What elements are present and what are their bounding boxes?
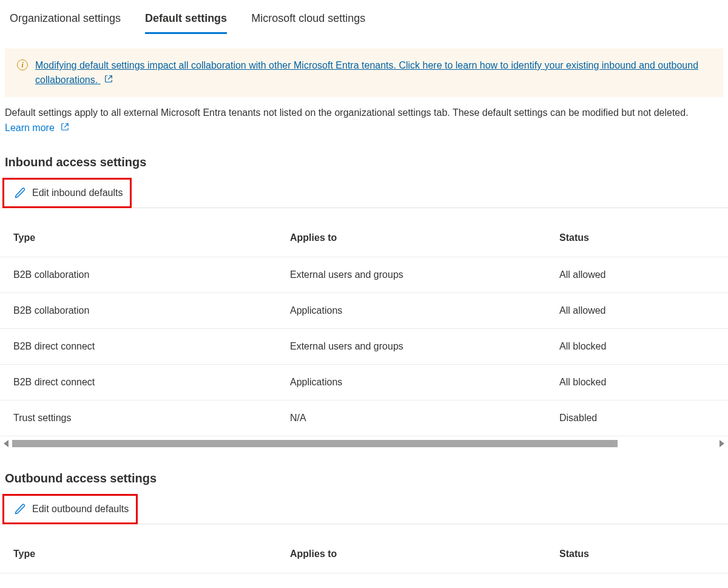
outbound-heading: Outbound access settings bbox=[0, 450, 728, 494]
tab-microsoft-cloud-settings[interactable]: Microsoft cloud settings bbox=[251, 12, 365, 34]
learn-more-link[interactable]: Learn more bbox=[0, 120, 74, 133]
scroll-right-arrow-icon[interactable] bbox=[720, 440, 724, 447]
learn-more-text: Learn more bbox=[5, 123, 55, 133]
inbound-table: Type Applies to Status B2B collaboration… bbox=[0, 220, 728, 436]
table-header-row: Type Applies to Status bbox=[0, 536, 728, 573]
tab-default-settings[interactable]: Default settings bbox=[145, 12, 227, 34]
col-header-type[interactable]: Type bbox=[0, 220, 277, 257]
edit-outbound-label: Edit outbound defaults bbox=[32, 504, 129, 515]
scroll-track[interactable] bbox=[12, 440, 716, 447]
col-header-status[interactable]: Status bbox=[546, 220, 728, 257]
cell-status: Disabled bbox=[546, 400, 728, 436]
col-header-applies[interactable]: Applies to bbox=[277, 536, 546, 573]
info-banner-link[interactable]: Modifying default settings impact all co… bbox=[35, 58, 711, 87]
scroll-left-arrow-icon[interactable] bbox=[4, 440, 8, 447]
edit-inbound-defaults-button[interactable]: Edit inbound defaults bbox=[2, 178, 132, 208]
table-row[interactable]: B2B collaboration External users and gro… bbox=[0, 257, 728, 293]
external-link-icon bbox=[104, 74, 113, 87]
pencil-icon bbox=[14, 503, 26, 515]
col-header-type[interactable]: Type bbox=[0, 536, 277, 573]
outbound-table: Type Applies to Status bbox=[0, 536, 728, 573]
cell-applies: Applications bbox=[277, 365, 546, 400]
cell-applies: Applications bbox=[277, 293, 546, 329]
horizontal-scrollbar[interactable] bbox=[0, 438, 728, 450]
cell-status: All allowed bbox=[546, 293, 728, 329]
table-row[interactable]: Trust settings N/A Disabled bbox=[0, 400, 728, 436]
table-header-row: Type Applies to Status bbox=[0, 220, 728, 257]
col-header-status[interactable]: Status bbox=[546, 536, 728, 573]
tab-organizational-settings[interactable]: Organizational settings bbox=[10, 12, 121, 34]
cell-status: All allowed bbox=[546, 257, 728, 293]
edit-inbound-label: Edit inbound defaults bbox=[32, 188, 123, 198]
scroll-thumb[interactable] bbox=[12, 440, 618, 447]
info-banner-text: Modifying default settings impact all co… bbox=[35, 60, 698, 85]
cell-applies: External users and groups bbox=[277, 329, 546, 365]
table-row[interactable]: B2B direct connect External users and gr… bbox=[0, 329, 728, 365]
cell-status: All blocked bbox=[546, 365, 728, 400]
cell-status: All blocked bbox=[546, 329, 728, 365]
cell-type: B2B direct connect bbox=[0, 329, 277, 365]
pencil-icon bbox=[14, 187, 26, 199]
cell-applies: External users and groups bbox=[277, 257, 546, 293]
cell-type: B2B direct connect bbox=[0, 365, 277, 400]
external-link-icon bbox=[61, 123, 69, 133]
table-row[interactable]: B2B direct connect Applications All bloc… bbox=[0, 365, 728, 400]
description-text: Default settings apply to all external M… bbox=[0, 102, 728, 120]
inbound-heading: Inbound access settings bbox=[0, 133, 728, 178]
table-row[interactable]: B2B collaboration Applications All allow… bbox=[0, 293, 728, 329]
col-header-applies[interactable]: Applies to bbox=[277, 220, 546, 257]
edit-outbound-defaults-button[interactable]: Edit outbound defaults bbox=[2, 494, 138, 524]
cell-applies: N/A bbox=[277, 400, 546, 436]
tabs-bar: Organizational settings Default settings… bbox=[0, 0, 728, 34]
info-banner: i Modifying default settings impact all … bbox=[5, 49, 723, 97]
info-icon: i bbox=[17, 59, 28, 70]
cell-type: B2B collaboration bbox=[0, 293, 277, 329]
cell-type: B2B collaboration bbox=[0, 257, 277, 293]
cell-type: Trust settings bbox=[0, 400, 277, 436]
